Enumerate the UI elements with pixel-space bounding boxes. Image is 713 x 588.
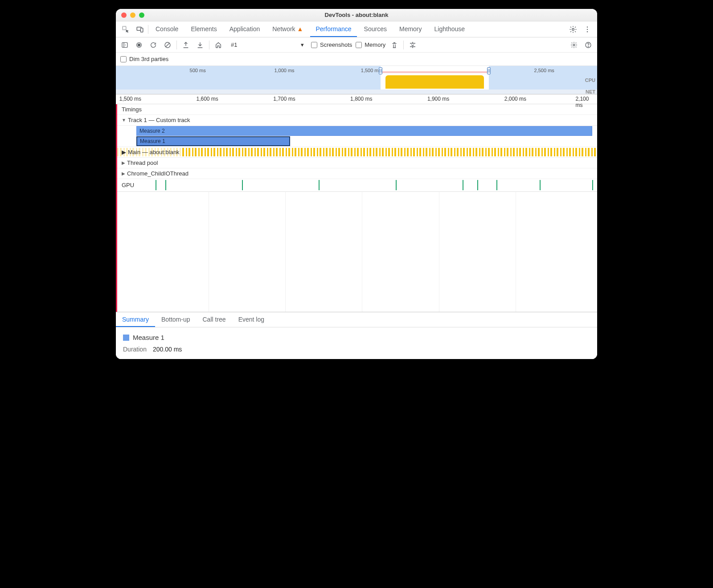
track-label: ▶Main — about:blank [117, 148, 182, 156]
details-pane: Summary Bottom-up Call tree Event log Me… [116, 312, 597, 359]
tab-sources[interactable]: Sources [359, 21, 392, 37]
window-controls [121, 12, 144, 18]
measure-bar[interactable]: Measure 2 [136, 126, 592, 136]
recording-selector[interactable]: #1 ▾ [227, 40, 307, 50]
overview-task-strip [381, 71, 488, 73]
clear-icon[interactable] [162, 40, 173, 50]
titlebar: DevTools - about:blank [116, 9, 597, 21]
timeline-overview[interactable]: 500 ms 1,000 ms 1,500 ms 2,000 ms 2,500 … [116, 66, 597, 94]
overview-net-strip [116, 90, 597, 94]
flame-chart-grid[interactable] [117, 192, 597, 312]
main-thread-activity [117, 148, 597, 156]
home-icon[interactable] [213, 40, 224, 50]
svg-point-5 [587, 29, 588, 29]
capture-settings-gear-icon[interactable] [569, 40, 579, 50]
net-label: NET [586, 89, 595, 94]
dtab-eventlog[interactable]: Event log [232, 312, 270, 327]
duration-row: Duration 200.00 ms [123, 346, 590, 353]
measure-bar-selected[interactable]: Measure 1 [136, 136, 290, 146]
overview-ticks: 500 ms 1,000 ms 1,500 ms 2,000 ms 2,500 … [116, 68, 597, 74]
tab-application[interactable]: Application [224, 21, 266, 37]
help-icon[interactable] [583, 40, 594, 50]
track-timings[interactable]: Timings [117, 104, 597, 115]
shortcuts-icon[interactable] [407, 40, 418, 50]
details-body: Measure 1 Duration 200.00 ms [116, 327, 597, 359]
separator [209, 41, 209, 49]
filter-bar: Dim 3rd parties [116, 53, 597, 66]
dtab-calltree[interactable]: Call tree [197, 312, 232, 327]
track-custom[interactable]: ▼Track 1 — Custom track [117, 115, 597, 126]
expand-icon[interactable]: ▶ [122, 160, 125, 165]
track-main[interactable]: ▶Main — about:blank [117, 147, 597, 158]
svg-point-13 [588, 46, 588, 46]
panel-tabs: Console Elements Application Network▲ Pe… [116, 21, 597, 37]
track-label: Timings [117, 105, 144, 114]
svg-rect-2 [141, 28, 143, 32]
flame-chart[interactable]: Timings ▼Track 1 — Custom track Measure … [116, 104, 597, 312]
warning-icon: ▲ [297, 25, 303, 33]
toggle-sidebar-icon[interactable] [119, 40, 130, 50]
more-menu-icon[interactable] [581, 23, 594, 36]
overview-left-handle[interactable] [379, 67, 382, 74]
track-label: ▶Chrome_ChildIOThread [117, 169, 191, 178]
download-icon[interactable] [195, 40, 205, 50]
tab-memory[interactable]: Memory [394, 21, 427, 37]
color-swatch [123, 335, 129, 341]
overview-cpu-activity [385, 75, 484, 89]
collapse-icon[interactable]: ▼ [122, 118, 126, 122]
track-label: GPU [117, 181, 137, 189]
inspect-element-icon[interactable] [119, 23, 132, 36]
tab-lighthouse[interactable]: Lighthouse [429, 21, 471, 37]
tab-network[interactable]: Network▲ [267, 21, 308, 37]
dtab-bottomup[interactable]: Bottom-up [155, 312, 197, 327]
track-threadpool[interactable]: ▶Thread pool [117, 158, 597, 168]
track-childio[interactable]: ▶Chrome_ChildIOThread [117, 168, 597, 179]
details-tabs: Summary Bottom-up Call tree Event log [116, 312, 597, 327]
separator [148, 25, 148, 34]
memory-checkbox[interactable]: Memory [356, 41, 385, 48]
svg-rect-0 [123, 26, 126, 30]
svg-rect-7 [122, 42, 127, 47]
svg-point-9 [138, 44, 140, 46]
devtools-window: DevTools - about:blank Console Elements … [116, 9, 597, 359]
upload-icon[interactable] [180, 40, 191, 50]
cpu-label: CPU [585, 78, 595, 83]
maximize-window-button[interactable] [139, 12, 144, 18]
track-label: ▶Thread pool [117, 159, 160, 167]
overview-right-handle[interactable] [487, 67, 491, 74]
separator [176, 41, 177, 49]
selected-event-title: Measure 1 [123, 334, 590, 341]
performance-toolbar: #1 ▾ Screenshots Memory [116, 37, 597, 53]
minimize-window-button[interactable] [130, 12, 135, 18]
track-label: ▼Track 1 — Custom track [117, 116, 193, 124]
chevron-down-icon: ▾ [301, 41, 304, 48]
svg-point-4 [587, 26, 588, 27]
tab-elements[interactable]: Elements [185, 21, 222, 37]
dim-third-parties-checkbox[interactable]: Dim 3rd parties [120, 56, 168, 62]
expand-icon[interactable]: ▶ [122, 149, 126, 155]
tab-console[interactable]: Console [150, 21, 184, 37]
tab-performance[interactable]: Performance [310, 21, 356, 37]
time-ruler[interactable]: 1,500 ms 1,600 ms 1,700 ms 1,800 ms 1,90… [116, 94, 597, 104]
recording-name: #1 [231, 41, 237, 48]
separator [403, 41, 404, 49]
gpu-activity [117, 180, 597, 190]
expand-icon[interactable]: ▶ [122, 171, 125, 176]
settings-gear-icon[interactable] [567, 23, 579, 36]
svg-point-11 [573, 44, 575, 46]
svg-point-3 [572, 28, 574, 30]
window-title: DevTools - about:blank [116, 12, 597, 18]
track-gpu[interactable]: GPU [117, 179, 597, 192]
dtab-summary[interactable]: Summary [116, 312, 155, 327]
device-toolbar-icon[interactable] [134, 23, 146, 36]
custom-track-measures: Measure 2 Measure 1 [117, 126, 597, 147]
record-icon[interactable] [134, 40, 144, 50]
screenshots-checkbox[interactable]: Screenshots [311, 41, 352, 48]
svg-point-6 [587, 31, 588, 32]
reload-record-icon[interactable] [148, 40, 159, 50]
gc-icon[interactable] [389, 40, 400, 50]
close-window-button[interactable] [121, 12, 127, 18]
